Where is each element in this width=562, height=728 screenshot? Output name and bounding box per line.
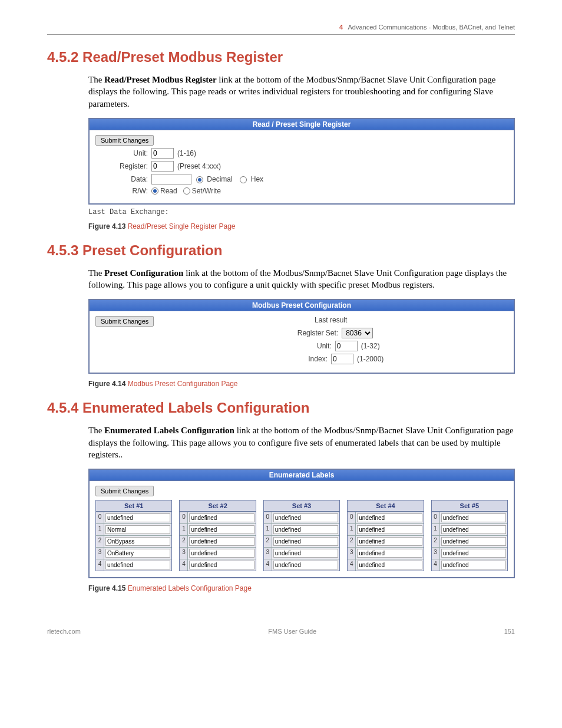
preset-config-panel-wrap: Modbus Preset Configuration Submit Chang… xyxy=(88,299,515,374)
row-index: 0 xyxy=(264,512,272,523)
set-row: 4 xyxy=(180,559,255,571)
figure-number: Figure 4.15 xyxy=(88,584,125,592)
unit-input[interactable] xyxy=(151,148,174,159)
text-bold: Read/Preset Modbus Register xyxy=(104,75,217,84)
unit-label: Unit: xyxy=(95,149,151,157)
panel-body: Submit Changes Unit: (1-16) Register: (P… xyxy=(90,130,514,203)
label-input[interactable] xyxy=(357,513,422,522)
label-input[interactable] xyxy=(273,525,338,534)
index-input[interactable] xyxy=(331,354,353,364)
decimal-radio[interactable] xyxy=(196,176,203,183)
set-header: Set #4 xyxy=(348,500,423,512)
set-row: 3 xyxy=(264,547,339,559)
row-index: 4 xyxy=(432,559,440,571)
cell xyxy=(188,512,255,523)
row-index: 3 xyxy=(96,548,104,559)
label-input[interactable] xyxy=(441,537,506,546)
label-input[interactable] xyxy=(357,525,422,534)
set-row: 2 xyxy=(180,535,255,547)
cell xyxy=(104,524,171,535)
data-label: Data: xyxy=(95,175,151,183)
row-index: 1 xyxy=(180,524,188,535)
register-set-label: Register Set: xyxy=(289,329,342,337)
label-input[interactable] xyxy=(105,561,170,569)
hex-radio[interactable] xyxy=(240,176,247,183)
set-table: Set #401234 xyxy=(347,500,424,571)
row-index: 4 xyxy=(180,559,188,571)
set-row: 1 xyxy=(432,523,507,535)
data-input[interactable] xyxy=(151,174,191,185)
row-index: 2 xyxy=(180,536,188,547)
submit-changes-button[interactable]: Submit Changes xyxy=(95,316,154,327)
set-row: 3 xyxy=(432,547,507,559)
cell xyxy=(356,536,423,547)
index-label: Index: xyxy=(278,355,331,363)
preset-config-panel: Modbus Preset Configuration Submit Chang… xyxy=(88,299,515,374)
figure-title: Modbus Preset Configuration Page xyxy=(128,380,238,388)
label-input[interactable] xyxy=(189,537,254,546)
label-input[interactable] xyxy=(105,537,170,546)
chapter-number: 4 xyxy=(339,24,343,31)
set-table: Set #201234 xyxy=(179,500,256,571)
set-row: 0 xyxy=(348,512,423,523)
cell xyxy=(356,548,423,559)
cell xyxy=(104,559,171,571)
label-input[interactable] xyxy=(105,525,170,534)
set-header: Set #3 xyxy=(264,500,339,512)
set-row: 4 xyxy=(348,559,423,571)
label-input[interactable] xyxy=(273,561,338,569)
submit-changes-button[interactable]: Submit Changes xyxy=(95,135,154,146)
set-row: 2 xyxy=(264,535,339,547)
row-index: 3 xyxy=(264,548,272,559)
label-input[interactable] xyxy=(189,513,254,522)
setwrite-label: Set/Write xyxy=(192,187,221,195)
row-index: 0 xyxy=(432,512,440,523)
section-453-text: The Preset Configuration link at the bot… xyxy=(88,267,515,291)
label-input[interactable] xyxy=(273,513,338,522)
row-index: 2 xyxy=(432,536,440,547)
label-input[interactable] xyxy=(441,549,506,558)
cell xyxy=(356,524,423,535)
register-hint: (Preset 4:xxx) xyxy=(177,162,221,170)
row-index: 3 xyxy=(432,548,440,559)
page-header: 4 Advanced Communications - Modbus, BACn… xyxy=(47,24,515,35)
set-row: 1 xyxy=(180,523,255,535)
label-input[interactable] xyxy=(189,525,254,534)
label-input[interactable] xyxy=(441,513,506,522)
cell xyxy=(104,548,171,559)
section-heading-454: 4.5.4 Enumerated Labels Configuration xyxy=(47,400,515,416)
row-index: 0 xyxy=(348,512,356,523)
label-input[interactable] xyxy=(105,549,170,558)
read-radio[interactable] xyxy=(151,187,158,195)
row-index: 1 xyxy=(432,524,440,535)
label-input[interactable] xyxy=(105,513,170,522)
set-row: 0 xyxy=(432,512,507,523)
label-input[interactable] xyxy=(441,525,506,534)
label-input[interactable] xyxy=(189,549,254,558)
label-input[interactable] xyxy=(189,561,254,569)
label-input[interactable] xyxy=(357,549,422,558)
label-input[interactable] xyxy=(273,537,338,546)
sets-container: Set #101234Set #201234Set #301234Set #40… xyxy=(95,500,508,571)
submit-changes-button[interactable]: Submit Changes xyxy=(95,486,154,496)
text: The xyxy=(88,426,104,435)
label-input[interactable] xyxy=(357,537,422,546)
set-header: Set #2 xyxy=(180,500,255,512)
unit-input[interactable] xyxy=(335,341,358,351)
cell xyxy=(188,524,255,535)
set-row: 3 xyxy=(180,547,255,559)
register-input[interactable] xyxy=(151,161,174,172)
figure-title: Read/Preset Single Register Page xyxy=(128,222,236,230)
figure-title: Enumerated Labels Configuration Page xyxy=(128,584,252,592)
row-index: 1 xyxy=(96,524,104,535)
figure-414-caption: Figure 4.14 Modbus Preset Configuration … xyxy=(88,380,515,388)
setwrite-radio[interactable] xyxy=(183,187,190,195)
register-set-select[interactable]: 8036 xyxy=(342,328,373,338)
cell xyxy=(104,512,171,523)
cell xyxy=(104,536,171,547)
panel-body: Submit Changes Last result Register Set:… xyxy=(90,311,514,373)
set-row: 2 xyxy=(96,535,171,547)
label-input[interactable] xyxy=(441,561,506,569)
label-input[interactable] xyxy=(273,549,338,558)
label-input[interactable] xyxy=(357,561,422,569)
